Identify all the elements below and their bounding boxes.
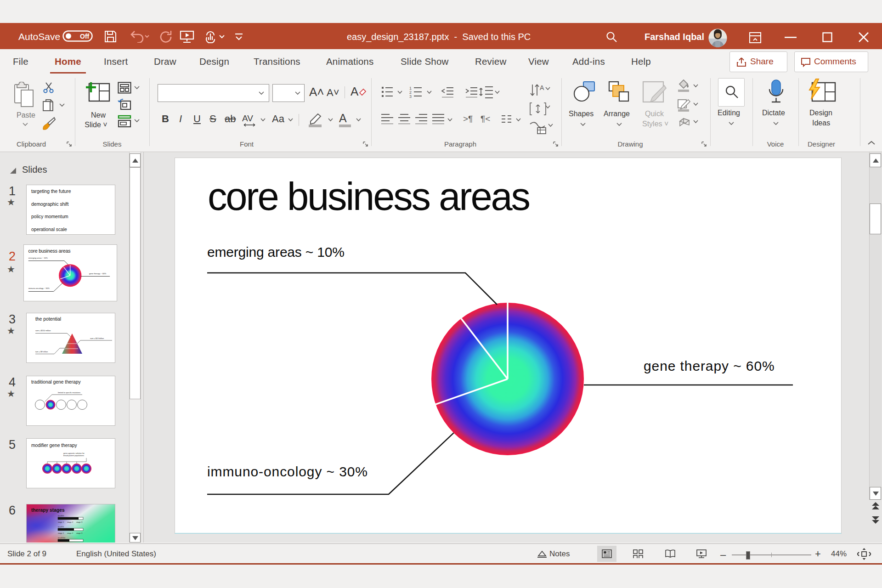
svg-text:A: A (540, 84, 544, 91)
svg-text:AV: AV (242, 114, 253, 123)
svg-text:operational scale: operational scale (31, 227, 67, 232)
svg-text:som = $150 million: som = $150 million (35, 329, 51, 332)
svg-text:modifier gene therapy: modifier gene therapy (31, 443, 77, 448)
svg-text:demographic shift: demographic shift (31, 202, 68, 207)
svg-text:ocu410st: ocu410st (58, 537, 66, 539)
svg-text:gene therapy ~ 60%: gene therapy ~ 60% (89, 272, 107, 275)
svg-text:stage 2: stage 2 (67, 521, 74, 523)
svg-text:sam = $13 billion: sam = $13 billion (90, 337, 104, 339)
svg-text:stage 1: stage 1 (58, 521, 64, 523)
svg-text:3: 3 (409, 94, 412, 98)
svg-text:limited to specific mutations: limited to specific mutations (58, 391, 80, 394)
svg-text:policy momentum: policy momentum (31, 214, 68, 219)
svg-text:core business areas: core business areas (28, 248, 70, 254)
svg-text:A: A (351, 85, 359, 98)
svg-text:immuno-oncology ~ 30%: immuno-oncology ~ 30% (28, 287, 50, 289)
svg-text:emerging areas ~ 10%: emerging areas ~ 10% (28, 257, 48, 259)
svg-text:broad patient populations: broad patient populations (63, 454, 84, 457)
svg-text:tam = $9 trillion: tam = $9 trillion (35, 351, 48, 353)
svg-text:Off: Off (80, 33, 90, 40)
svg-text:the potential: the potential (35, 317, 61, 322)
svg-text:therapy stages: therapy stages (31, 508, 65, 513)
svg-text:stage 3: stage 3 (76, 521, 83, 523)
svg-text:stage 1: stage 1 (58, 532, 64, 534)
svg-text:ocu400: ocu400 (58, 514, 64, 517)
svg-text:stage 3: stage 3 (76, 532, 83, 534)
svg-text:stage 2: stage 2 (67, 532, 74, 534)
svg-text:ocu410: ocu410 (58, 526, 64, 528)
svg-text:targeting the future: targeting the future (31, 189, 71, 194)
svg-text:traditional gene therapy: traditional gene therapy (31, 379, 81, 384)
svg-text:A: A (339, 112, 347, 124)
